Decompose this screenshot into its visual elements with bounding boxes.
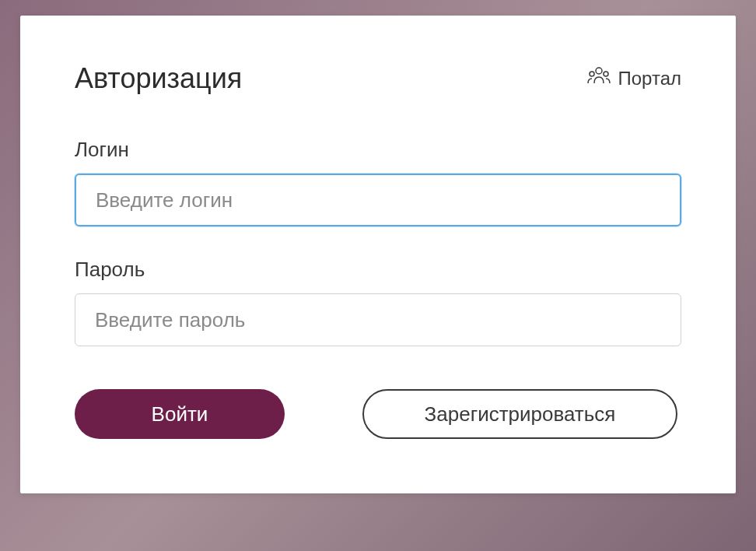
password-label: Пароль	[75, 258, 681, 282]
password-input[interactable]	[75, 293, 681, 346]
auth-modal: Авторизация Портал Логин Пароль Войти З	[20, 16, 736, 493]
login-field-group: Логин	[75, 138, 681, 226]
login-button[interactable]: Войти	[75, 389, 285, 439]
svg-point-2	[604, 72, 608, 76]
login-label: Логин	[75, 138, 681, 162]
login-input[interactable]	[75, 174, 681, 226]
people-icon	[587, 66, 611, 91]
button-row: Войти Зарегистрироваться	[75, 389, 681, 439]
modal-title: Авторизация	[75, 62, 242, 95]
portal-link-label: Портал	[618, 68, 682, 89]
modal-header: Авторизация Портал	[75, 62, 681, 95]
password-field-group: Пароль	[75, 258, 681, 346]
svg-point-1	[590, 72, 594, 76]
svg-point-0	[596, 68, 602, 74]
register-button[interactable]: Зарегистрироваться	[362, 389, 677, 439]
portal-link[interactable]: Портал	[587, 66, 682, 91]
